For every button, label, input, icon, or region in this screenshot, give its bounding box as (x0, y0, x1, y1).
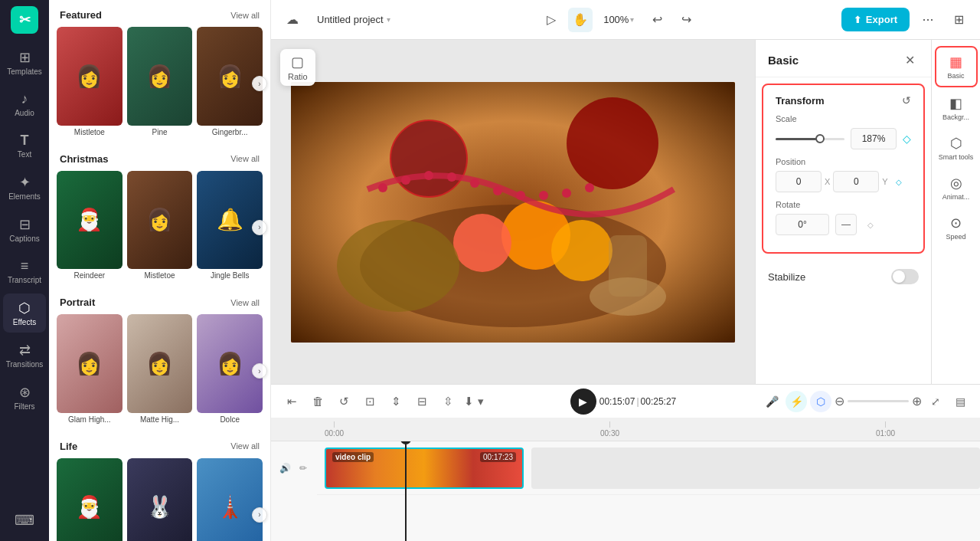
caption-view-btn[interactable]: ▤ (949, 391, 971, 412)
life-view-all[interactable]: View all (230, 441, 260, 451)
template-card-reindeer[interactable]: 🎅 Reindeer (57, 171, 122, 280)
mic-btn[interactable]: 🎤 (761, 391, 782, 412)
video-clip[interactable]: video clip 00:17:23 (325, 448, 524, 489)
zoom-plus-btn[interactable]: ⊕ (912, 394, 922, 408)
template-card-glam[interactable]: 👩 Glam High... (57, 314, 122, 424)
sidebar-item-text[interactable]: T Text (3, 126, 46, 165)
scale-value-input[interactable] (851, 128, 897, 149)
scale-slider-thumb[interactable] (815, 134, 825, 143)
tl-delete-btn[interactable]: 🗑 (306, 390, 329, 413)
svg-point-17 (539, 191, 548, 200)
redo-btn[interactable]: ↪ (674, 8, 698, 32)
life-next-btn[interactable]: › (252, 507, 267, 523)
play-button[interactable]: ▶ (570, 389, 596, 415)
zoom-slider[interactable] (848, 400, 909, 402)
time-display: 00:15:07 | 00:25:27 (599, 396, 677, 407)
app-logo: ✂ (11, 6, 38, 34)
rotate-value-input[interactable] (776, 214, 829, 235)
position-x-input[interactable] (776, 171, 822, 192)
undo-btn[interactable]: ↩ (645, 8, 669, 32)
template-card-pine[interactable]: 👩 Pine (127, 27, 193, 136)
play-mode-btn[interactable]: ▷ (539, 8, 564, 32)
tl-align-btn[interactable]: ⇳ (436, 390, 459, 413)
track-volume-btn[interactable]: 🔊 (277, 461, 292, 476)
life-grid: 🎅 Reindeer 🐰 Badbunny 🗼 Tuileries › (49, 458, 270, 542)
sidebar-item-transcript[interactable]: ≡ Transcript (3, 252, 46, 290)
tl-export-clip-btn[interactable]: ⬇ ▾ (462, 390, 485, 413)
templates-label: Templates (7, 67, 42, 76)
zoom-minus-btn[interactable]: ⊖ (835, 394, 844, 408)
sidebar-item-filters[interactable]: ⊛ Filters (3, 378, 46, 417)
template-card-matte[interactable]: 👩 Matte Hig... (127, 314, 193, 424)
featured-section: Featured View all 👩 Mistletoe 👩 Pine 👩 G… (49, 0, 270, 144)
featured-next-btn[interactable]: › (252, 76, 267, 91)
more-options-btn[interactable]: ··· (916, 8, 940, 32)
transform-section: Transform ↺ Scale ◇ (762, 84, 925, 254)
featured-header: Featured View all (49, 0, 270, 27)
sidebar-item-templates[interactable]: ⊞ Templates (3, 43, 46, 82)
template-card-badbunny[interactable]: 🐰 Badbunny (127, 458, 193, 542)
zoom-level[interactable]: 100% ▾ (597, 11, 640, 28)
scale-label: Scale (776, 114, 911, 123)
sidebar-item-audio[interactable]: ♪ Audio (3, 85, 46, 123)
portrait-view-all[interactable]: View all (230, 298, 260, 307)
template-card-mistletoe2[interactable]: 👩 Mistletoe (127, 171, 193, 280)
rotate-row: — ◇ (776, 214, 911, 235)
life-section: Life View all 🎅 Reindeer 🐰 Badbunny 🗼 Tu… (49, 431, 270, 542)
project-name-button[interactable]: Untitled project ▾ (311, 11, 397, 28)
sidebar-item-transitions[interactable]: ⇄ Transitions (3, 336, 46, 375)
right-sidebar-smart-tools[interactable]: ⬡ Smart tools (935, 129, 978, 167)
tl-split-btn[interactable]: ⊟ (410, 390, 433, 413)
stabilize-toggle[interactable] (891, 269, 919, 284)
position-keyframe-btn[interactable]: ◇ (891, 174, 906, 189)
scale-keyframe-btn[interactable]: ◇ (903, 133, 911, 145)
position-input-row: X Y ◇ (776, 171, 911, 192)
playhead[interactable] (405, 441, 407, 541)
featured-view-all[interactable]: View all (230, 11, 260, 20)
portrait-next-btn[interactable]: › (252, 363, 267, 379)
right-sidebar-speed[interactable]: ⊙ Speed (935, 208, 978, 247)
tl-flip-btn[interactable]: ⇕ (384, 390, 407, 413)
ai-btn[interactable]: ⬡ (810, 391, 831, 412)
expand-timeline-btn[interactable]: ⤢ (925, 391, 946, 412)
svg-point-13 (447, 172, 456, 182)
split-view-btn[interactable]: ⊞ (946, 8, 971, 32)
right-sidebar-basic[interactable]: ▦ Basic (935, 46, 978, 87)
transform-reset-btn[interactable]: ↺ (902, 94, 911, 107)
scale-slider-row: ◇ (776, 128, 911, 149)
scale-slider-track[interactable] (776, 138, 844, 140)
tl-loop-btn[interactable]: ↺ (332, 390, 355, 413)
svg-point-10 (378, 183, 387, 192)
export-button[interactable]: ⬆ Export (841, 8, 910, 31)
right-sidebar-background[interactable]: ◧ Backgr... (935, 89, 978, 127)
sidebar-item-keyboard[interactable]: ⌨ (3, 506, 46, 535)
sidebar-item-effects[interactable]: ⬡ Effects (3, 293, 46, 333)
template-card-tuileries[interactable]: 🗼 Tuileries (197, 458, 263, 542)
ratio-button[interactable]: ▢ Ratio (280, 49, 315, 86)
tl-align-left-btn[interactable]: ⇤ (280, 390, 303, 413)
basic-panel-header: Basic ✕ (756, 40, 931, 77)
rotate-ccw-btn[interactable]: — (835, 214, 857, 235)
speed-icon: ⊙ (950, 215, 962, 231)
cursor-mode-btn[interactable]: ✋ (568, 8, 593, 32)
background-icon: ◧ (949, 95, 962, 112)
basic-panel-close[interactable]: ✕ (900, 51, 919, 69)
christmas-view-all[interactable]: View all (230, 154, 260, 163)
sidebar-item-elements[interactable]: ✦ Elements (3, 168, 46, 207)
save-icon-btn[interactable]: ☁ (280, 8, 305, 32)
bottom-area: ⇤ 🗑 ↺ ⊡ ⇕ ⊟ ⇳ ⬇ ▾ ▶ 00:15:07 | 00:25:27 … (271, 384, 980, 541)
template-card-life-reindeer[interactable]: 🎅 Reindeer (57, 458, 122, 542)
track-edit-btn[interactable]: ✏ (296, 461, 311, 476)
position-y-input[interactable] (833, 171, 879, 192)
split-track-btn[interactable]: ⚡ (786, 391, 807, 412)
template-card-mistletoe[interactable]: 👩 Mistletoe (57, 27, 122, 136)
empty-track-area (531, 448, 980, 489)
timeline-tracks: 🔊 ✏ video clip 00:17:23 (271, 441, 980, 541)
life-header: Life View all (49, 431, 270, 458)
sidebar-item-captions[interactable]: ⊟ Captions (3, 210, 46, 249)
christmas-next-btn[interactable]: › (252, 220, 267, 235)
right-sidebar-animate[interactable]: ◎ Animat... (935, 169, 978, 207)
tl-crop-btn[interactable]: ⊡ (358, 390, 381, 413)
rotate-keyframe-btn[interactable]: ◇ (863, 217, 878, 232)
video-frame-svg (291, 82, 735, 343)
